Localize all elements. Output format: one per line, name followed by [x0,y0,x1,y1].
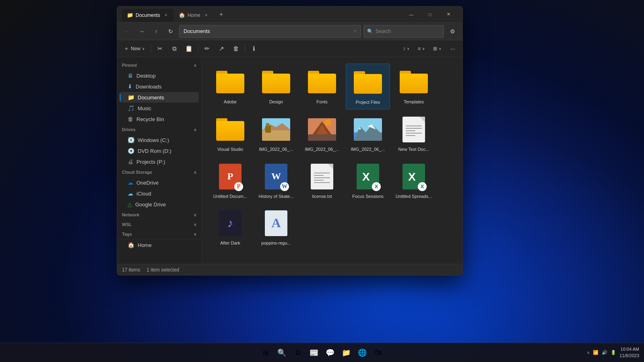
minimize-button[interactable]: — [402,8,421,21]
sidebar-gdrive-label: Google Drive [135,202,194,208]
info-button[interactable]: ℹ [248,42,260,55]
projects-icon: 🖨 [128,158,133,165]
file-pptx-icon: P P [216,162,245,191]
cut-button[interactable]: ✂ [153,42,166,55]
sidebar-item-projects[interactable]: 🖨 Projects (P:) [120,156,199,167]
drives-section-header[interactable]: Drives ∧ [117,125,201,134]
new-label: New [131,46,140,51]
taskbar-widgets[interactable]: 📰 [307,346,321,360]
taskbar-search[interactable]: 🔍 [275,346,289,360]
title-bar: 📁 Documents ✕ 🏠 Home ✕ + — □ ✕ [117,6,462,23]
taskbar-store[interactable]: 🛍 [371,346,386,360]
folder-adobe[interactable]: Adobe [208,64,252,109]
folder-design[interactable]: Design [254,64,298,109]
file-font[interactable]: A poppins-regu... [254,205,298,250]
tags-label: Tags [122,232,132,237]
file-focus[interactable]: X X Focus Sessions [346,158,390,203]
add-tab-button[interactable]: + [216,9,227,20]
new-chevron: ∨ [142,47,145,51]
folder-fonts-name: Fonts [316,99,328,105]
folder-project-files[interactable]: Project Files [346,64,390,109]
file-afterdark[interactable]: ♪ After Dark [208,205,252,250]
file-docx-icon: W W [262,162,291,191]
file-focus-name: Focus Sessions [352,193,384,199]
taskbar-chat[interactable]: 💬 [323,346,337,360]
sidebar-item-downloads[interactable]: ⬇ Downloads 📌 [120,81,199,92]
music-icon: 🎵 [128,105,134,111]
sidebar-item-recycle[interactable]: 🗑 Recycle Bin 📌 [120,114,199,124]
share-button[interactable]: ↗ [215,42,228,55]
file-font-name: poppins-regu... [261,240,291,246]
folder-templates[interactable]: Templates [392,64,436,109]
network-section-header[interactable]: Network ∨ [117,210,201,220]
windows-drive-icon: 💽 [128,137,134,143]
sidebar-item-music[interactable]: 🎵 Music 📌 [120,103,199,113]
maximize-button[interactable]: □ [421,8,439,21]
sidebar-item-home[interactable]: 🏠 Home [120,240,199,250]
sidebar-item-documents[interactable]: 📁 Documents 📌 [120,92,199,103]
toolbar: ＋ New ∨ ✂ ⧉ 📋 ✏ ↗ 🗑 ℹ ↕ ∨ ≡ ∨ ⊞ ∨ ··· [117,40,462,57]
settings-button[interactable]: ⚙ [446,25,458,37]
view-button[interactable]: ⊞ ∨ [430,42,445,55]
tab-home-close[interactable]: ✕ [203,12,209,19]
rename-button[interactable]: ✏ [200,42,213,55]
copy-button[interactable]: ⧉ [168,42,181,55]
tab-documents-close[interactable]: ✕ [163,12,169,19]
svg-rect-3 [265,125,271,133]
new-button[interactable]: ＋ New ∨ [120,42,148,55]
wsl-section-header[interactable]: WSL ∨ [117,220,201,229]
taskbar-clock[interactable]: 10:04 AM 11/8/2023 [619,346,639,359]
items-selected: 1 item selected [147,267,179,273]
file-docx[interactable]: W W History of Skate... [254,158,298,203]
sidebar-item-windows[interactable]: 💽 Windows (C:) [120,135,199,145]
downloads-icon: ⬇ [128,83,132,90]
taskbar-chevron[interactable]: ∧ [587,350,590,355]
wsl-collapse-icon: ∨ [194,222,196,227]
address-input[interactable]: Documents ∨ [179,25,361,38]
sidebar-item-dvd[interactable]: 💿 DVD Rom (D:) [120,146,199,156]
file-focus-icon: X X [353,162,382,191]
file-img2[interactable]: IMG_2022_06_... [300,111,344,156]
folder-project-files-icon [353,68,382,97]
forward-button[interactable]: → [136,25,148,37]
file-afterdark-name: After Dark [220,240,240,246]
taskbar-explorer[interactable]: 📁 [339,346,353,360]
sort-icon: ↕ [403,46,405,51]
file-licensetxt[interactable]: license.txt [300,158,344,203]
address-text: Documents [184,28,210,34]
search-box[interactable]: 🔍 Search [363,25,444,38]
file-pptx[interactable]: P P Untitled Docum... [208,158,252,203]
pinned-section-header[interactable]: Pinned ∧ [117,60,201,70]
file-img1[interactable]: IMG_2022_06_... [254,111,298,156]
file-untitled-spread[interactable]: X X Untitled Spreads... [392,158,436,203]
refresh-button[interactable]: ↻ [165,25,177,37]
tags-section-header[interactable]: Tags ∨ [117,229,201,239]
taskbar-taskview[interactable]: ⧉ [291,346,305,360]
close-button[interactable]: ✕ [439,8,458,21]
more-button[interactable]: ··· [446,42,459,55]
taskbar-edge[interactable]: 🌐 [355,346,369,360]
group-button[interactable]: ≡ ∨ [415,42,428,55]
cloud-section-header[interactable]: Cloud Storage ∧ [117,167,201,177]
sidebar-item-gdrive[interactable]: △ Google Drive [120,199,199,210]
folder-fonts[interactable]: Fonts [300,64,344,109]
sidebar-item-desktop[interactable]: 🖥 Desktop 📌 [120,70,199,81]
delete-button[interactable]: 🗑 [229,42,242,55]
file-img3[interactable]: IMG_2022_06_... [346,111,390,156]
taskbar-start[interactable]: ⊞ [258,346,273,360]
tab-home[interactable]: 🏠 Home ✕ [174,9,214,22]
folder-visual-studio[interactable]: Visual Studio [208,111,252,156]
sidebar-item-icloud[interactable]: ☁ iCloud [120,188,199,199]
sort-button[interactable]: ↕ ∨ [400,42,413,55]
file-img3-icon [353,115,382,144]
sidebar-item-onedrive[interactable]: ☁ OneDrive [120,177,199,188]
tab-documents[interactable]: 📁 Documents ✕ [122,9,174,22]
up-button[interactable]: ↑ [150,25,162,37]
tab-home-icon: 🏠 [179,12,185,18]
toolbar-separator-3 [245,45,245,53]
file-newtxt[interactable]: New Text Doc... [392,111,436,156]
file-licensetxt-name: license.txt [312,193,332,199]
address-dropdown-icon: ∨ [353,29,357,34]
paste-button[interactable]: 📋 [182,42,195,55]
back-button[interactable]: ← [121,25,133,37]
